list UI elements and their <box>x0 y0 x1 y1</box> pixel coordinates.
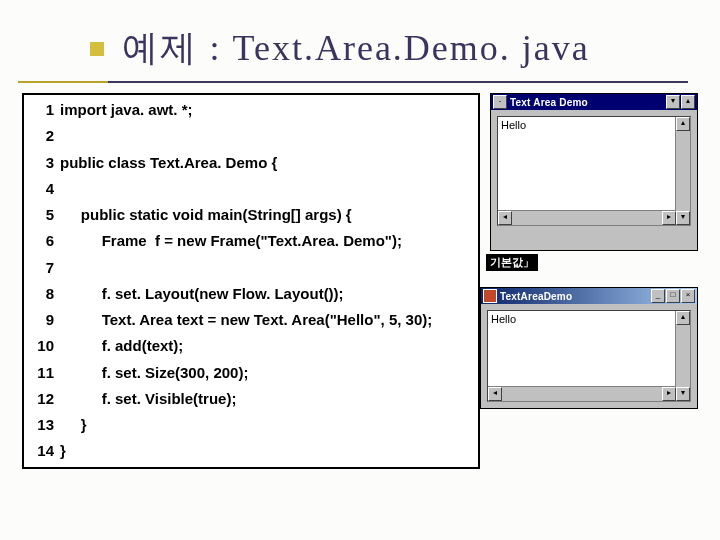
scrollbar-h-icon[interactable]: ◂ ▸ <box>488 386 676 401</box>
window-title-top: Text Area Demo <box>510 97 588 108</box>
code-line: 8 f. set. Layout(new Flow. Layout()); <box>26 281 476 307</box>
slide-title-row: 예제 : Text.Area.Demo. java <box>0 0 720 73</box>
textarea-top-content: Hello <box>501 119 526 131</box>
scroll-right-icon[interactable]: ▸ <box>662 211 676 225</box>
code-line: 1import java. awt. *; <box>26 97 476 123</box>
line-number: 14 <box>26 438 60 464</box>
line-number: 5 <box>26 202 60 228</box>
demo-window-bottom: TextAreaDemo _ □ × Hello ▴ ▾ ◂ ▸ <box>480 287 698 409</box>
code-line: 14} <box>26 438 476 464</box>
code-line: 6 Frame f = new Frame("Text.Area. Demo")… <box>26 228 476 254</box>
code-line: 10 f. add(text); <box>26 333 476 359</box>
window-title-bottom: TextAreaDemo <box>500 291 572 302</box>
code-text: f. set. Layout(new Flow. Layout()); <box>60 281 344 307</box>
code-text: f. set. Visible(true); <box>60 386 236 412</box>
scroll-right-icon[interactable]: ▸ <box>662 387 676 401</box>
max-icon[interactable]: □ <box>666 289 680 303</box>
java-icon <box>483 289 497 303</box>
code-text: f. set. Size(300, 200); <box>60 360 248 386</box>
titlebar-bottom: TextAreaDemo _ □ × <box>481 288 697 304</box>
min-icon[interactable]: ▾ <box>666 95 680 109</box>
line-number: 2 <box>26 123 60 149</box>
titlebar-top: - Text Area Demo ▾ ▴ <box>491 94 697 110</box>
line-number: 6 <box>26 228 60 254</box>
code-line: 7 <box>26 255 476 281</box>
close-icon[interactable]: × <box>681 289 695 303</box>
code-line: 5 public static void main(String[] args)… <box>26 202 476 228</box>
textarea-top[interactable]: Hello ▴ ▾ ◂ ▸ <box>497 116 691 226</box>
scroll-down-icon[interactable]: ▾ <box>676 211 690 225</box>
max-icon[interactable]: ▴ <box>681 95 695 109</box>
min-icon[interactable]: _ <box>651 289 665 303</box>
line-number: 1 <box>26 97 60 123</box>
scroll-left-icon[interactable]: ◂ <box>488 387 502 401</box>
code-text: public class Text.Area. Demo { <box>60 150 277 176</box>
scroll-down-icon[interactable]: ▾ <box>676 387 690 401</box>
code-line: 4 <box>26 176 476 202</box>
demo-window-top: - Text Area Demo ▾ ▴ Hello ▴ ▾ ◂ ▸ <box>490 93 698 251</box>
code-box: 1import java. awt. *;23public class Text… <box>22 93 480 469</box>
line-number: 12 <box>26 386 60 412</box>
line-number: 3 <box>26 150 60 176</box>
code-line: 2 <box>26 123 476 149</box>
code-line: 12 f. set. Visible(true); <box>26 386 476 412</box>
title-bullet <box>90 42 104 56</box>
code-text: } <box>60 438 66 464</box>
code-line: 13 } <box>26 412 476 438</box>
code-text: public static void main(String[] args) { <box>60 202 352 228</box>
code-text: f. add(text); <box>60 333 183 359</box>
label-tag: 기본값」 <box>486 254 538 271</box>
line-number: 13 <box>26 412 60 438</box>
textarea-bottom[interactable]: Hello ▴ ▾ ◂ ▸ <box>487 310 691 402</box>
scrollbar-h-icon[interactable]: ◂ ▸ <box>498 210 676 225</box>
line-number: 8 <box>26 281 60 307</box>
line-number: 4 <box>26 176 60 202</box>
code-text: Frame f = new Frame("Text.Area. Demo"); <box>60 228 402 254</box>
line-number: 9 <box>26 307 60 333</box>
sysmenu-icon[interactable]: - <box>493 95 507 109</box>
slide-title: 예제 : Text.Area.Demo. java <box>122 24 589 73</box>
scroll-left-icon[interactable]: ◂ <box>498 211 512 225</box>
code-text: } <box>60 412 87 438</box>
scrollbar-v-icon[interactable]: ▴ ▾ <box>675 117 690 225</box>
scroll-up-icon[interactable]: ▴ <box>676 117 690 131</box>
line-number: 11 <box>26 360 60 386</box>
code-text: Text. Area text = new Text. Area("Hello"… <box>60 307 432 333</box>
code-text: import java. awt. *; <box>60 97 193 123</box>
textarea-bottom-content: Hello <box>491 313 516 325</box>
line-number: 10 <box>26 333 60 359</box>
code-line: 3public class Text.Area. Demo { <box>26 150 476 176</box>
scroll-up-icon[interactable]: ▴ <box>676 311 690 325</box>
line-number: 7 <box>26 255 60 281</box>
code-line: 9 Text. Area text = new Text. Area("Hell… <box>26 307 476 333</box>
title-rule <box>18 81 688 83</box>
scrollbar-v-icon[interactable]: ▴ ▾ <box>675 311 690 401</box>
code-line: 11 f. set. Size(300, 200); <box>26 360 476 386</box>
